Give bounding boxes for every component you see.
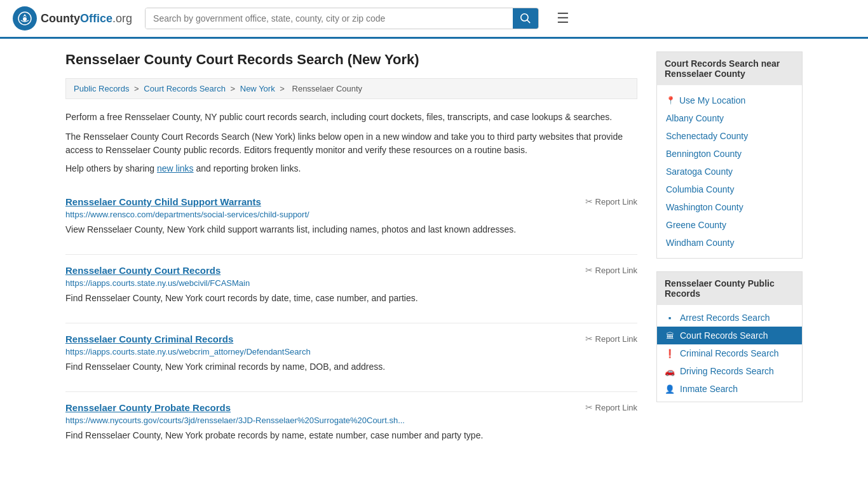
nearby-content: 📍 Use My Location Albany County Schenect… (657, 85, 802, 258)
record-item: Rensselaer County Child Support Warrants… (65, 186, 637, 236)
nearby-box: Court Records Search near Rensselaer Cou… (656, 51, 803, 259)
sidebar: Court Records Search near Rensselaer Cou… (656, 51, 803, 460)
record-item: Rensselaer County Probate Records ✂ Repo… (65, 391, 637, 442)
arrest-icon: ▪ (665, 313, 675, 323)
location-pin-icon: 📍 (666, 96, 675, 105)
court-records-label: Court Records Search (680, 330, 768, 341)
site-logo[interactable]: CountyOffice.org (13, 6, 132, 30)
report-link-1[interactable]: ✂ Report Link (585, 265, 637, 275)
main-container: Rensselaer County Court Records Search (… (53, 39, 815, 473)
nearby-county-6[interactable]: Greene County (657, 216, 802, 234)
use-location-link[interactable]: Use My Location (679, 95, 745, 105)
breadcrumb-court-records-search[interactable]: Court Records Search (144, 84, 226, 93)
record-desc-3: Find Rensselaer County, New York probate… (65, 429, 637, 442)
record-url-3[interactable]: https://www.nycourts.gov/courts/3jd/rens… (65, 416, 637, 425)
report-link-2[interactable]: ✂ Report Link (585, 334, 637, 344)
nearby-county-5[interactable]: Washington County (657, 198, 802, 216)
report-link-3[interactable]: ✂ Report Link (585, 402, 637, 412)
inmate-icon: 👤 (665, 384, 675, 394)
logo-icon (13, 6, 37, 30)
record-desc-1: Find Rensselaer County, New York court r… (65, 292, 637, 305)
records-list: Rensselaer County Child Support Warrants… (65, 186, 637, 442)
pub-record-inmate[interactable]: 👤 Inmate Search (657, 380, 802, 398)
breadcrumb-public-records[interactable]: Public Records (74, 84, 129, 93)
record-item: Rensselaer County Court Records ✂ Report… (65, 254, 637, 305)
nearby-county-3[interactable]: Saratoga County (657, 163, 802, 180)
report-link-0[interactable]: ✂ Report Link (585, 196, 637, 207)
nearby-county-0[interactable]: Albany County (657, 109, 802, 127)
search-input[interactable] (146, 8, 513, 29)
record-title-3[interactable]: Rensselaer County Probate Records (65, 402, 231, 413)
share-line: Help others by sharing new links and rep… (65, 163, 637, 173)
arrest-records-link[interactable]: Arrest Records Search (680, 313, 770, 323)
logo-text: CountyOffice.org (41, 12, 132, 25)
menu-button[interactable]: ☰ (557, 10, 569, 27)
public-records-box: Rensselaer County Public Records ▪ Arres… (656, 271, 803, 402)
record-title-1[interactable]: Rensselaer County Court Records (65, 265, 220, 276)
global-search-bar (145, 8, 539, 29)
nearby-county-4[interactable]: Columbia County (657, 180, 802, 198)
record-item: Rensselaer County Criminal Records ✂ Rep… (65, 323, 637, 374)
use-my-location[interactable]: 📍 Use My Location (657, 92, 802, 109)
public-records-list: ▪ Arrest Records Search 🏛 Court Records … (657, 305, 802, 402)
content-area: Rensselaer County Court Records Search (… (65, 51, 637, 460)
court-icon: 🏛 (665, 331, 675, 341)
record-url-2[interactable]: https://iapps.courts.state.ny.us/webcrim… (65, 347, 637, 356)
page-title: Rensselaer County Court Records Search (… (65, 51, 637, 68)
record-title-0[interactable]: Rensselaer County Child Support Warrants (65, 196, 261, 207)
breadcrumb: Public Records > Court Records Search > … (65, 78, 637, 99)
driving-icon: 🚗 (665, 367, 675, 376)
record-desc-0: View Rensselaer County, New York child s… (65, 223, 637, 236)
nearby-county-2[interactable]: Bennington County (657, 145, 802, 163)
criminal-records-link[interactable]: Criminal Records Search (680, 348, 779, 358)
report-icon-1: ✂ (585, 265, 593, 275)
intro-paragraph-1: Perform a free Rensselaer County, NY pub… (65, 111, 637, 124)
pub-record-arrest[interactable]: ▪ Arrest Records Search (657, 309, 802, 327)
report-icon-3: ✂ (585, 402, 593, 412)
breadcrumb-current: Rensselaer County (292, 84, 363, 93)
site-header: CountyOffice.org ☰ (0, 0, 868, 39)
driving-records-link[interactable]: Driving Records Search (680, 366, 774, 376)
record-url-1[interactable]: https://iapps.courts.state.ny.us/webcivi… (65, 278, 637, 288)
record-title-2[interactable]: Rensselaer County Criminal Records (65, 334, 233, 344)
breadcrumb-new-york[interactable]: New York (240, 84, 275, 93)
nearby-county-7[interactable]: Windham County (657, 234, 802, 252)
public-records-title: Rensselaer County Public Records (657, 272, 802, 305)
record-desc-2: Find Rensselaer County, New York crimina… (65, 360, 637, 374)
intro-paragraph-2: The Rensselaer County Court Records Sear… (65, 130, 637, 157)
nearby-title: Court Records Search near Rensselaer Cou… (657, 52, 802, 85)
report-icon-0: ✂ (585, 196, 593, 207)
search-button[interactable] (513, 8, 538, 29)
svg-point-1 (23, 17, 27, 21)
pub-record-court[interactable]: 🏛 Court Records Search (657, 327, 802, 344)
report-icon-2: ✂ (585, 334, 593, 344)
record-url-0[interactable]: https://www.rensco.com/departments/socia… (65, 210, 637, 219)
pub-record-driving[interactable]: 🚗 Driving Records Search (657, 362, 802, 380)
nearby-county-1[interactable]: Schenectady County (657, 127, 802, 145)
pub-record-criminal[interactable]: ❗ Criminal Records Search (657, 344, 802, 362)
new-links-link[interactable]: new links (157, 163, 194, 173)
inmate-search-link[interactable]: Inmate Search (680, 384, 738, 394)
criminal-icon: ❗ (665, 349, 675, 358)
